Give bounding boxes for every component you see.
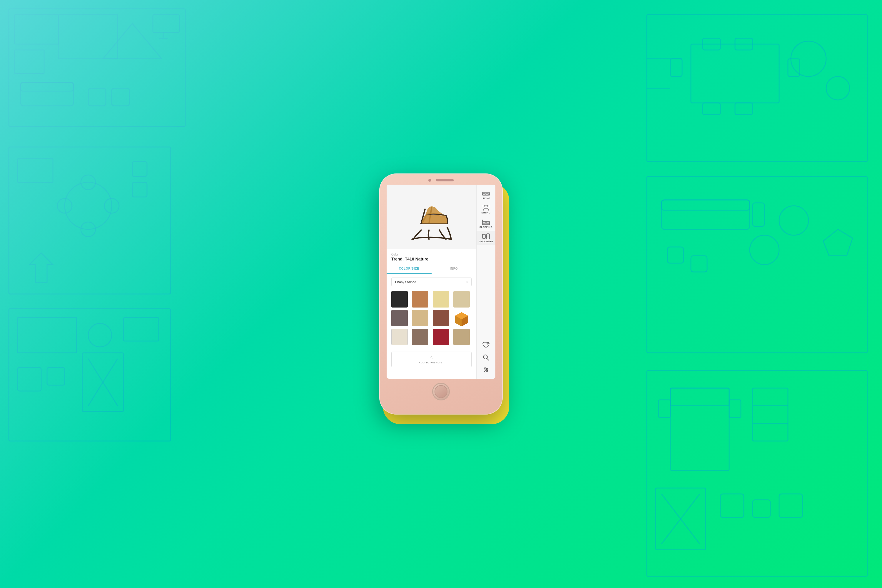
add-to-wishlist-button[interactable]: ♡ ADD TO WISHLIST [392,352,472,367]
svg-rect-52 [647,370,867,576]
svg-rect-86 [483,222,485,224]
main-content-area: Color Trend, T410 Nature COLOR/SIZE INFO… [387,184,476,379]
dining-icon [482,204,490,211]
sidebar-item-sleeping[interactable]: SLEEPING [477,216,495,231]
tab-info[interactable]: INFO [432,264,477,274]
svg-rect-1 [15,15,59,44]
color-swatch-taupe[interactable] [412,329,428,345]
color-swatch-red[interactable] [433,329,449,345]
dining-label: DINING [482,212,490,214]
svg-line-97 [487,358,489,360]
sidebar-item-decorate[interactable]: DECORATE [477,231,495,245]
dropdown-value: Ebony Stained [395,280,416,284]
svg-rect-32 [691,44,779,103]
svg-marker-21 [29,253,53,282]
svg-rect-35 [703,103,720,115]
svg-rect-53 [670,388,729,470]
wishlist-label: ADD TO WISHLIST [419,362,444,364]
tab-color-size[interactable]: COLOR/SIZE [387,264,432,274]
sofa-icon [482,190,490,196]
svg-rect-4 [21,82,74,106]
svg-rect-25 [123,318,159,341]
svg-rect-5 [21,82,74,91]
sidebar-nav: LIVING DINING [476,184,495,379]
color-swatch-darkgray[interactable] [392,310,408,326]
sidebar-item-dining[interactable]: DINING [477,202,495,216]
svg-rect-36 [735,103,753,115]
svg-point-95 [488,343,488,344]
color-swatch-orange-3d[interactable] [453,310,470,326]
phone-screen: Color Trend, T410 Nature COLOR/SIZE INFO… [387,184,495,379]
svg-rect-12 [9,147,171,294]
color-swatch-warmbeige[interactable] [453,329,470,345]
svg-point-103 [485,371,486,372]
product-tabs: COLOR/SIZE INFO [387,264,476,274]
decorate-icon [482,233,490,240]
svg-rect-44 [662,200,750,230]
color-swatch-cream[interactable] [453,291,470,308]
svg-rect-20 [132,182,147,197]
color-label: Color [392,253,472,256]
heart-icon: ♡ [429,355,434,360]
home-button-inner [435,385,447,398]
finish-dropdown[interactable]: Ebony Stained ▾ [392,278,472,286]
wishlist-area: ♡ ADD TO WISHLIST [387,349,476,370]
sleeping-label: SLEEPING [480,226,492,228]
svg-point-102 [487,369,488,371]
svg-point-47 [750,235,779,265]
camera-dot [428,179,431,182]
svg-rect-37 [670,59,682,76]
svg-rect-78 [484,206,488,209]
svg-rect-2 [15,50,44,74]
svg-rect-6 [88,88,106,106]
svg-point-40 [826,76,850,100]
svg-rect-7 [112,88,129,106]
phone-top-bar [379,174,503,182]
sidebar-item-living[interactable]: LIVING [477,188,495,202]
product-info: Color Trend, T410 Nature [387,249,476,264]
color-swatch-offwhite[interactable] [392,329,408,345]
favorites-icon-button[interactable] [482,341,490,349]
svg-rect-64 [753,500,770,518]
bed-icon [482,219,490,225]
color-swatch-black[interactable] [392,291,408,308]
color-swatch-tan[interactable] [412,291,428,308]
svg-rect-19 [132,162,147,176]
living-label: LIVING [482,197,490,200]
svg-point-48 [779,206,808,235]
svg-rect-13 [18,159,53,182]
search-icon-button[interactable] [482,353,490,362]
svg-rect-49 [668,247,684,263]
svg-rect-23 [18,318,76,353]
svg-rect-57 [753,388,788,441]
svg-rect-27 [47,368,64,385]
svg-rect-65 [779,494,802,518]
color-swatch-sand[interactable] [412,310,428,326]
svg-rect-92 [487,234,489,239]
filter-icon-button[interactable] [482,366,490,374]
home-button[interactable] [432,383,450,400]
svg-rect-63 [720,494,744,518]
color-swatch-brown[interactable] [433,310,449,326]
svg-rect-45 [662,200,750,210]
svg-rect-38 [788,59,800,76]
svg-rect-75 [486,194,488,195]
bottom-nav-icons [482,341,490,379]
color-swatch-lightyellow[interactable] [433,291,449,308]
svg-rect-91 [483,234,485,238]
phone-frame: Color Trend, T410 Nature COLOR/SIZE INFO… [379,174,503,414]
dropdown-arrow-icon: ▾ [466,280,468,284]
color-swatch-grid [387,289,476,348]
svg-rect-55 [658,400,670,417]
product-name: Trend, T410 Nature [392,256,472,261]
decorate-label: DECORATE [479,240,493,243]
svg-rect-9 [153,15,179,32]
svg-rect-54 [670,388,729,406]
phone-speaker [436,179,454,182]
svg-rect-46 [753,203,764,226]
svg-marker-51 [823,230,853,256]
svg-rect-0 [9,9,185,126]
product-image [405,194,458,240]
svg-rect-87 [487,222,489,224]
svg-rect-22 [9,309,171,441]
